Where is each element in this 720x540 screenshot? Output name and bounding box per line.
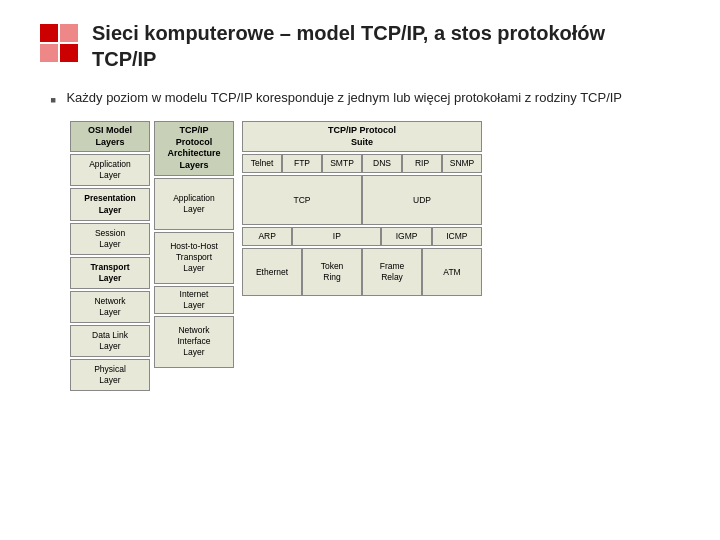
rip-cell: RIP xyxy=(402,154,442,173)
sq1 xyxy=(40,24,58,42)
osi-column: OSI ModelLayers ApplicationLayer Present… xyxy=(70,121,150,391)
title-block: Sieci komputerowe – model TCP/IP, a stos… xyxy=(92,20,605,72)
snmp-cell: SNMP xyxy=(442,154,482,173)
udp-cell: UDP xyxy=(362,175,482,225)
suite-row-2: TCP UDP xyxy=(242,175,482,225)
ethernet-cell: Ethernet xyxy=(242,248,302,296)
ip-cell: IP xyxy=(292,227,381,246)
arch-layer-2: Host-to-HostTransportLayer xyxy=(154,232,234,284)
atm-cell: ATM xyxy=(422,248,482,296)
suite-row-1: Telnet FTP SMTP DNS RIP SNMP xyxy=(242,154,482,173)
arch-layer-1: ApplicationLayer xyxy=(154,178,234,230)
bullet-icon: ▪ xyxy=(50,90,56,111)
bullet-row: ▪ Każdy poziom w modelu TCP/IP korespond… xyxy=(40,88,680,111)
suite-column: TCP/IP ProtocolSuite Telnet FTP SMTP DNS… xyxy=(242,121,482,296)
logo-squares xyxy=(40,24,78,62)
bullet-text: Każdy poziom w modelu TCP/IP koresponduj… xyxy=(66,88,622,108)
ftp-cell: FTP xyxy=(282,154,322,173)
osi-layer-4: TransportLayer xyxy=(70,257,150,289)
frame-relay-cell: FrameRelay xyxy=(362,248,422,296)
tcp-cell: TCP xyxy=(242,175,362,225)
arch-layer-3: InternetLayer xyxy=(154,286,234,314)
osi-header: OSI ModelLayers xyxy=(70,121,150,152)
osi-layer-1: ApplicationLayer xyxy=(70,154,150,186)
icmp-cell: ICMP xyxy=(432,227,482,246)
token-ring-cell: TokenRing xyxy=(302,248,362,296)
osi-layer-2: PresentationLayer xyxy=(70,188,150,220)
suite-row-3: ARP IP IGMP ICMP xyxy=(242,227,482,246)
osi-layer-3: SessionLayer xyxy=(70,223,150,255)
osi-layer-5: NetworkLayer xyxy=(70,291,150,323)
osi-layer-7: PhysicalLayer xyxy=(70,359,150,391)
arch-layer-4: NetworkInterfaceLayer xyxy=(154,316,234,368)
dns-cell: DNS xyxy=(362,154,402,173)
arch-header: TCP/IPProtocolArchitectureLayers xyxy=(154,121,234,176)
telnet-cell: Telnet xyxy=(242,154,282,173)
top-bar: Sieci komputerowe – model TCP/IP, a stos… xyxy=(40,20,680,72)
suite-row-4: Ethernet TokenRing FrameRelay ATM xyxy=(242,248,482,296)
slide: Sieci komputerowe – model TCP/IP, a stos… xyxy=(0,0,720,540)
arch-column: TCP/IPProtocolArchitectureLayers Applica… xyxy=(154,121,234,368)
sq2 xyxy=(60,24,78,42)
sq3 xyxy=(40,44,58,62)
sq4 xyxy=(60,44,78,62)
smtp-cell: SMTP xyxy=(322,154,362,173)
igmp-cell: IGMP xyxy=(381,227,431,246)
slide-title: Sieci komputerowe – model TCP/IP, a stos… xyxy=(92,20,605,72)
osi-layer-6: Data LinkLayer xyxy=(70,325,150,357)
suite-header: TCP/IP ProtocolSuite xyxy=(242,121,482,152)
arp-cell: ARP xyxy=(242,227,292,246)
diagram: OSI ModelLayers ApplicationLayer Present… xyxy=(70,121,680,391)
